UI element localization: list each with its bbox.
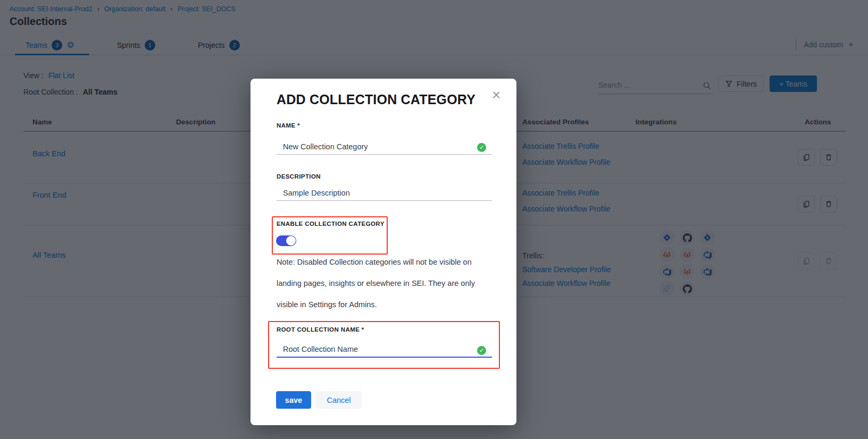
- root-collection-name-input[interactable]: [277, 342, 492, 358]
- enable-collection-category-toggle[interactable]: [276, 235, 296, 246]
- close-icon[interactable]: ×: [492, 88, 500, 103]
- add-collection-category-modal: × ADD COLLECTION CATEGORY NAME * ✓ DESCR…: [251, 79, 516, 425]
- name-label: NAME *: [277, 122, 300, 129]
- modal-title: ADD COLLECTION CATEGORY: [277, 92, 475, 107]
- description-label: DESCRIPTION: [277, 173, 321, 180]
- enable-collection-category-label: ENABLE COLLECTION CATEGORY: [277, 221, 385, 227]
- root-collection-name-label: ROOT COLLECTION NAME *: [277, 326, 364, 333]
- valid-check-icon: ✓: [477, 346, 486, 355]
- cancel-button[interactable]: Cancel: [315, 391, 362, 409]
- valid-check-icon: ✓: [477, 143, 486, 152]
- description-input[interactable]: [277, 185, 492, 201]
- toggle-knob: [286, 236, 296, 246]
- note-text: Note: Disabled Collection categories wil…: [277, 251, 487, 315]
- name-input[interactable]: [277, 139, 492, 155]
- save-button[interactable]: save: [276, 391, 311, 409]
